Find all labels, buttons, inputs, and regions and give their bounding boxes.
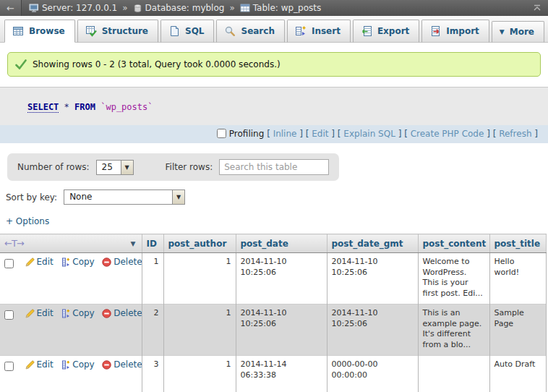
copy-link[interactable]: Copy xyxy=(61,359,94,371)
tab-more-label: More xyxy=(510,27,534,37)
cell-post-date-gmt: 2014-11-10 10:25:06 xyxy=(327,253,418,304)
profiling-link-explain-sql[interactable]: Explain SQL xyxy=(343,129,395,139)
profiling-link-create-php-code[interactable]: Create PHP Code xyxy=(411,129,484,139)
delete-link[interactable]: Delete xyxy=(102,308,142,320)
tab-insert[interactable]: Insert xyxy=(287,20,351,43)
success-message: Showing rows 0 - 2 (3 total, Query took … xyxy=(7,52,541,77)
profiling-checkbox-label[interactable]: Profiling xyxy=(217,129,265,139)
table-row: Edit Copy Delete 2 1 2014-11-10 10:25:06… xyxy=(0,304,546,356)
edit-label: Edit xyxy=(37,359,53,371)
filter-rows-label: Filter rows: xyxy=(166,162,213,172)
tab-export[interactable]: Export xyxy=(353,20,419,43)
cell-post-date: 2014-11-10 10:25:06 xyxy=(236,253,327,304)
column-header-post-author[interactable]: post_author xyxy=(163,234,236,253)
sql-keyword-select[interactable]: SELECT xyxy=(27,102,59,113)
column-header-id[interactable]: ID xyxy=(142,234,163,253)
collapse-icon[interactable] xyxy=(532,3,542,13)
breadcrumb-table[interactable]: Table: wp_posts xyxy=(240,3,322,13)
tab-more[interactable]: ▼ More xyxy=(492,21,544,43)
tab-structure[interactable]: Structure xyxy=(77,20,158,43)
breadcrumb-database-label: Database: myblog xyxy=(145,3,225,13)
profiling-bar: Profiling [ Inline ] [ Edit ] [ Explain … xyxy=(0,125,548,143)
edit-link[interactable]: Edit xyxy=(25,257,53,268)
transpose-control[interactable]: ←T→ xyxy=(4,238,24,249)
copy-link[interactable]: Copy xyxy=(61,257,94,268)
breadcrumb-server-label: Server: 127.0.0.1 xyxy=(42,3,117,13)
filter-rows-input[interactable] xyxy=(219,159,329,175)
tab-browse[interactable]: Browse xyxy=(4,20,75,43)
profiling-link-inline[interactable]: Inline xyxy=(273,129,297,139)
copy-icon xyxy=(61,309,70,318)
options-toggle[interactable]: + Options xyxy=(6,216,49,226)
cell-post-title: Auto Draft xyxy=(489,356,546,392)
cell-post-content: Welcome to WordPress. This is your first… xyxy=(418,253,489,304)
back-button[interactable]: ← xyxy=(0,0,22,16)
rows-per-page-select[interactable]: 25 ▼ xyxy=(96,160,134,175)
pencil-icon xyxy=(25,360,35,370)
rows-controls: Number of rows: 25 ▼ Filter rows: xyxy=(7,153,339,181)
table-body: Edit Copy Delete 1 1 2014-11-10 10:25:06… xyxy=(0,253,546,392)
column-header-post-date-gmt[interactable]: post_date_gmt xyxy=(327,234,418,253)
success-message-text: Showing rows 0 - 2 (3 total, Query took … xyxy=(33,59,281,69)
tab-sql[interactable]: SQL xyxy=(160,20,215,43)
tab-sql-label: SQL xyxy=(185,26,205,36)
import-icon xyxy=(429,25,441,37)
tab-browse-label: Browse xyxy=(29,26,65,36)
row-checkbox[interactable] xyxy=(4,259,14,268)
profiling-label: Profiling xyxy=(229,129,265,139)
cell-id: 2 xyxy=(142,304,163,356)
pencil-icon xyxy=(25,309,35,318)
breadcrumb-server[interactable]: Server: 127.0.0.1 xyxy=(29,3,117,13)
cell-post-author: 1 xyxy=(163,304,236,356)
number-of-rows-label: Number of rows: xyxy=(17,162,90,172)
edit-link[interactable]: Edit xyxy=(25,359,53,371)
delete-icon xyxy=(102,309,111,318)
sort-by-key-label: Sort by key: xyxy=(6,192,57,203)
profiling-links: [ Inline ] [ Edit ] [ Explain SQL ] [ Cr… xyxy=(264,129,538,139)
sql-table-name: `wp_posts` xyxy=(100,102,153,112)
tab-search-label: Search xyxy=(241,26,274,36)
delete-label: Delete xyxy=(114,308,142,320)
topbar: ← Server: 127.0.0.1 » Database: myblog » xyxy=(0,0,548,16)
row-checkbox[interactable] xyxy=(4,310,14,320)
query-section: SELECT * FROM `wp_posts` Profiling [ Inl… xyxy=(0,87,548,143)
column-header-post-title[interactable]: post_title xyxy=(489,234,546,253)
copy-label: Copy xyxy=(72,257,94,268)
profiling-link-edit[interactable]: Edit xyxy=(312,129,328,139)
delete-link[interactable]: Delete xyxy=(102,257,142,268)
tab-export-label: Export xyxy=(377,26,409,36)
sort-by-key-select[interactable]: None ▼ xyxy=(64,189,185,205)
breadcrumb-separator: » xyxy=(229,3,234,13)
copy-label: Copy xyxy=(72,308,94,320)
insert-icon xyxy=(295,25,307,37)
chevron-down-icon: ▼ xyxy=(121,161,133,174)
delete-icon xyxy=(102,257,111,267)
tab-structure-label: Structure xyxy=(102,26,148,36)
cell-post-content xyxy=(418,356,489,392)
actions-column-header: ←T→ ▼ xyxy=(0,234,142,253)
column-header-post-content[interactable]: post_content xyxy=(418,234,489,253)
phpmyadmin-app: ← Server: 127.0.0.1 » Database: myblog » xyxy=(0,0,548,392)
header-row: ←T→ ▼ ID post_author post_date post_date… xyxy=(0,234,546,253)
profiling-link-refresh[interactable]: Refresh xyxy=(499,129,531,139)
delete-label: Delete xyxy=(114,257,142,268)
sql-query: SELECT * FROM `wp_posts` xyxy=(0,88,548,125)
tab-import[interactable]: Import xyxy=(421,20,489,43)
tab-import-label: Import xyxy=(446,26,479,36)
copy-link[interactable]: Copy xyxy=(61,308,94,320)
cell-id: 3 xyxy=(142,356,163,392)
tab-search[interactable]: Search xyxy=(216,20,284,43)
edit-label: Edit xyxy=(37,257,53,268)
column-header-post-date[interactable]: post_date xyxy=(236,234,327,253)
edit-label: Edit xyxy=(37,308,53,320)
edit-link[interactable]: Edit xyxy=(25,308,53,320)
row-checkbox[interactable] xyxy=(4,362,14,371)
breadcrumb-separator: » xyxy=(122,3,127,13)
cell-post-date: 2014-11-14 06:33:38 xyxy=(236,356,327,392)
profiling-checkbox[interactable] xyxy=(217,129,226,138)
column-options-dropdown-icon[interactable]: ▼ xyxy=(131,240,137,247)
row-actions-cell: Edit Copy Delete xyxy=(0,356,142,392)
breadcrumb-database[interactable]: Database: myblog xyxy=(133,3,225,13)
delete-link[interactable]: Delete xyxy=(102,359,142,371)
cell-post-author: 1 xyxy=(163,253,236,304)
